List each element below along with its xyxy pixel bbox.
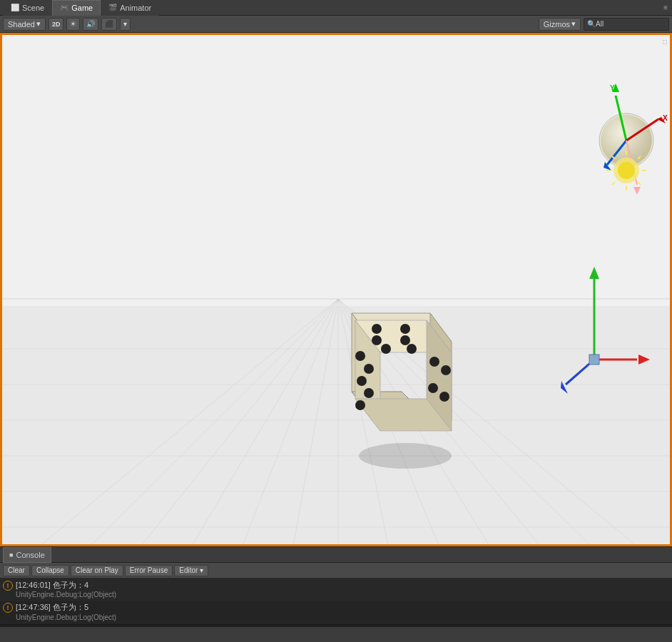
search-input[interactable] (596, 20, 653, 28)
svg-rect-0 (2, 35, 670, 306)
tab-scene[interactable]: ⬜ Scene (3, 0, 52, 16)
console-message-1: [12:46:01] 色子为：4 UnityEngine.Debug:Log(O… (16, 580, 116, 598)
game-icon: 🎮 (60, 4, 68, 11)
tab-animator-label: Animator (120, 4, 151, 12)
effects-button[interactable]: ⬛ (101, 18, 117, 31)
shading-chevron: ▾ (36, 19, 41, 29)
console-tab-bar: ■ Console (0, 547, 672, 563)
gizmos-area: Gizmos ▾ 🔍 (539, 18, 669, 31)
svg-point-37 (381, 344, 391, 354)
console-tab[interactable]: ■ Console (3, 547, 51, 563)
sun-icon: ☀ (70, 20, 76, 28)
svg-rect-1 (2, 306, 670, 544)
svg-point-39 (429, 357, 439, 367)
console-tab-label: Console (16, 551, 44, 559)
tab-animator[interactable]: 🎬 Animator (101, 0, 159, 16)
svg-point-33 (372, 324, 382, 334)
svg-point-76 (618, 162, 635, 179)
error-pause-button[interactable]: Error Pause (125, 565, 173, 576)
svg-point-35 (372, 335, 382, 345)
svg-rect-66 (589, 355, 599, 365)
svg-point-24 (359, 443, 452, 469)
console-entry-2[interactable]: ! [12:47:36] 色子为：5 UnityEngine.Debug:Log… (0, 601, 672, 623)
console-content[interactable]: ! [12:46:01] 色子为：4 UnityEngine.Debug:Log… (0, 579, 672, 627)
overlay-icon: ▾ (123, 20, 127, 28)
svg-point-45 (357, 376, 367, 386)
svg-point-44 (364, 364, 374, 374)
scene-svg: Y X (2, 35, 670, 544)
effects-icon: ⬛ (105, 20, 113, 28)
gizmos-label: Gizmos (544, 20, 570, 29)
gizmos-dropdown[interactable]: Gizmos ▾ (539, 18, 581, 31)
tab-more[interactable]: ≡ (663, 4, 672, 11)
svg-text:Y: Y (610, 84, 615, 92)
svg-point-40 (441, 365, 451, 375)
2d-label: 2D (52, 21, 61, 28)
clear-on-play-button[interactable]: Clear on Play (71, 565, 123, 576)
tab-bar: ⬜ Scene 🎮 Game 🎬 Animator ≡ (0, 0, 672, 16)
clear-button[interactable]: Clear (3, 565, 30, 576)
svg-point-47 (355, 400, 365, 410)
scene-toolbar: Shaded ▾ 2D ☀ 🔊 ⬛ ▾ Gizmos ▾ 🔍 (0, 16, 672, 33)
tab-game[interactable]: 🎮 Game (52, 0, 101, 16)
search-box[interactable]: 🔍 (584, 18, 669, 31)
overlay-button[interactable]: ▾ (120, 18, 131, 31)
gizmos-chevron: ▾ (571, 19, 576, 29)
audio-icon: 🔊 (86, 20, 95, 28)
svg-point-38 (407, 344, 417, 354)
scene-viewport[interactable]: Y X (0, 33, 672, 546)
svg-point-43 (355, 351, 365, 361)
shading-label: Shaded (8, 20, 35, 29)
svg-point-34 (400, 324, 410, 334)
warning-icon-1: ! (3, 581, 13, 591)
scene-icon: ⬜ (11, 4, 19, 11)
search-icon: 🔍 (587, 20, 596, 28)
tab-scene-label: Scene (22, 4, 44, 12)
audio-button[interactable]: 🔊 (83, 18, 98, 31)
maximize-button[interactable]: □ (663, 38, 667, 46)
svg-point-41 (428, 383, 438, 393)
svg-point-46 (364, 388, 374, 398)
svg-text:X: X (663, 114, 668, 122)
svg-point-36 (400, 335, 410, 345)
console-entry-1[interactable]: ! [12:46:01] 色子为：4 UnityEngine.Debug:Log… (0, 579, 672, 601)
2d-button[interactable]: 2D (49, 18, 64, 31)
lighting-button[interactable]: ☀ (66, 18, 80, 31)
animator-icon: 🎬 (108, 4, 117, 11)
editor-dropdown[interactable]: Editor ▾ (174, 565, 208, 576)
collapse-button[interactable]: Collapse (31, 565, 69, 576)
shading-dropdown[interactable]: Shaded ▾ (3, 18, 46, 31)
console-tab-icon: ■ (9, 551, 13, 559)
warning-icon-2: ! (3, 603, 13, 613)
console-panel: ■ Console Clear Collapse Clear on Play E… (0, 546, 672, 627)
svg-point-42 (439, 392, 449, 402)
console-toolbar: Clear Collapse Clear on Play Error Pause… (0, 563, 672, 579)
tab-game-label: Game (71, 4, 93, 12)
console-message-2: [12:47:36] 色子为：5 UnityEngine.Debug:Log(O… (16, 602, 116, 621)
